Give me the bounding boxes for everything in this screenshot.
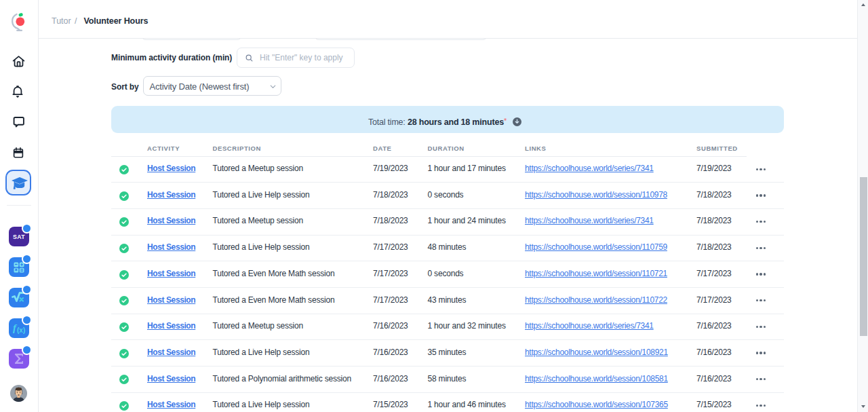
svg-text:(x): (x)	[17, 326, 25, 334]
